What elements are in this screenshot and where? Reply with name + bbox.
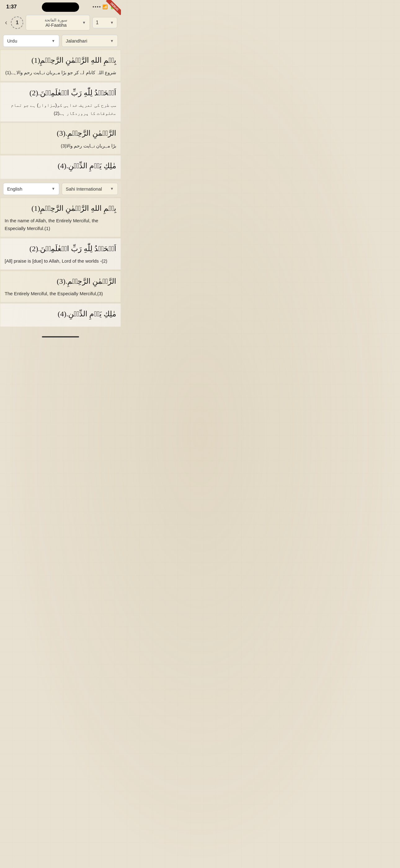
ayah-dropdown-arrow: ▼ [110, 21, 114, 25]
jalandhari-arrow: ▼ [110, 39, 114, 43]
english-verse-1-translation: In the name of Allah, the Entirely Merci… [5, 217, 116, 232]
surah-english-name: Al-Faatiha [45, 22, 67, 28]
english-verse-4: مٰلِكِ يَوۡمِ الدِّيۡنِ.(4) [0, 303, 121, 327]
urdu-verse-2-arabic: اَلۡحَمۡدُ لِلّٰهِ رَبِّ الۡعٰلَمِيۡنَ.(… [5, 87, 116, 99]
urdu-verse-1-translation: شروع اللہ کانام لے کر جو بڑا مہربان نہای… [5, 69, 116, 77]
english-language-dropdown[interactable]: English ▼ [3, 183, 59, 195]
english-verse-4-arabic: مٰلِكِ يَوۡمِ الدِّيۡنِ.(4) [5, 308, 116, 320]
english-verse-3-translation: The Entirely Merciful, the Especially Me… [5, 290, 116, 298]
english-verse-2: اَلۡحَمۡدُ لِلّٰهِ رَبِّ الۡعٰلَمِيۡنَ.(… [0, 238, 121, 270]
urdu-verse-4-arabic: مٰلِكِ يَوۡمِ الدِّيۡنِ.(4) [5, 160, 116, 172]
surah-arabic-name: سورة الفاتحة [45, 18, 67, 22]
english-selector-row: English ▼ Sahi International ▼ [0, 181, 121, 197]
debug-badge [102, 0, 121, 19]
english-language-label: English [7, 186, 22, 191]
notch [42, 2, 79, 12]
urdu-verse-3: الرَّحۡمٰنِ الرَّحِيۡمِ.(3) بڑا مہربان ن… [0, 123, 121, 154]
signal-dots-icon [93, 6, 100, 7]
urdu-verse-1-arabic: بِسۡمِ اللهِ الرَّحۡمٰنِ الرَّحِيۡمِ(1) [5, 54, 116, 66]
urdu-selector-row: Urdu ▼ Jalandhari ▼ [0, 33, 121, 49]
home-indicator-bar [42, 336, 79, 337]
english-verse-2-translation: [All] praise is [due] to Allah, Lord of … [5, 257, 116, 265]
content-area: Urdu ▼ Jalandhari ▼ بِسۡمِ اللهِ الرَّحۡ… [0, 33, 121, 327]
status-time: 1:37 [6, 4, 17, 10]
english-verse-3-arabic: الرَّحۡمٰنِ الرَّحِيۡمِ.(3) [5, 275, 116, 287]
ayah-selector-dropdown[interactable]: 1 ▼ [92, 17, 117, 28]
surah-dropdown-arrow: ▼ [82, 21, 86, 25]
urdu-language-dropdown[interactable]: Urdu ▼ [3, 35, 59, 47]
english-verse-2-arabic: اَلۡحَمۡدُ لِلّٰهِ رَبِّ الۡعٰلَمِيۡنَ.(… [5, 243, 116, 254]
jalandhari-translation-dropdown[interactable]: Jalandhari ▼ [62, 35, 118, 47]
english-verse-1-arabic: بِسۡمِ اللهِ الرَّحۡمٰنِ الرَّحِيۡمِ(1) [5, 203, 116, 214]
back-button[interactable]: ‹ [4, 18, 8, 28]
urdu-verse-2-translation: سب طرح کی تعریف خداہی کو(سزاوار) ہے جو ت… [5, 101, 116, 117]
ayah-number: 1 [96, 20, 99, 26]
sahi-international-label: Sahi International [66, 186, 102, 191]
english-verse-3: الرَّحۡمٰنِ الرَّحِيۡمِ.(3) The Entirely… [0, 271, 121, 302]
urdu-verse-4: مٰلِكِ يَوۡمِ الدِّيۡنِ.(4) [0, 155, 121, 179]
sahi-arrow: ▼ [110, 187, 114, 191]
urdu-verse-2: اَلۡحَمۡدُ لِلّٰهِ رَبِّ الۡعٰلَمِيۡنَ.(… [0, 82, 121, 122]
english-verse-1: بِسۡمِ اللهِ الرَّحۡمٰنِ الرَّحِيۡمِ(1) … [0, 198, 121, 237]
english-lang-arrow: ▼ [52, 187, 55, 191]
surah-number-badge: 1 [11, 17, 23, 29]
urdu-language-label: Urdu [7, 38, 18, 43]
home-indicator-area [0, 333, 121, 342]
surah-selector-dropdown[interactable]: سورة الفاتحة Al-Faatiha ▼ [26, 15, 90, 30]
surah-number: 1 [16, 20, 19, 26]
jalandhari-label: Jalandhari [66, 38, 87, 43]
urdu-verse-3-arabic: الرَّحۡمٰنِ الرَّحِيۡمِ.(3) [5, 127, 116, 139]
sahi-international-dropdown[interactable]: Sahi International ▼ [62, 183, 118, 195]
urdu-verse-3-translation: بڑا مہربان نہایت رحم والا(3) [5, 142, 116, 150]
urdu-verse-1: بِسۡمِ اللهِ الرَّحۡمٰنِ الرَّحِيۡمِ(1) … [0, 50, 121, 81]
urdu-lang-arrow: ▼ [52, 39, 55, 43]
